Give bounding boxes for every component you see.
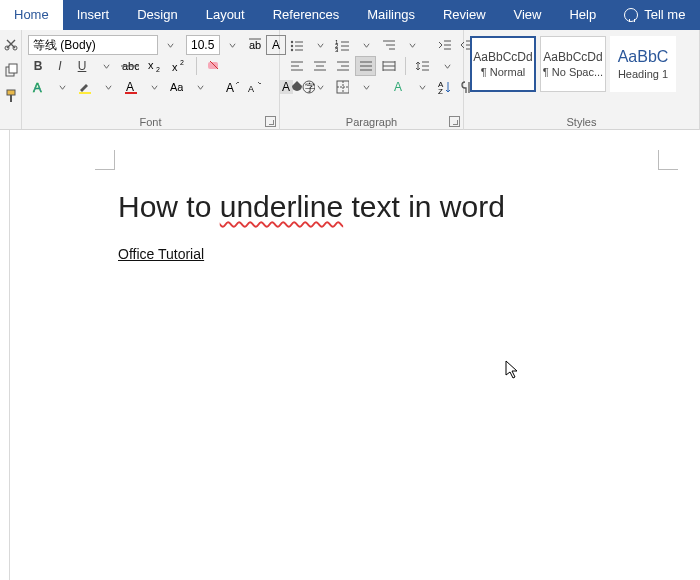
tell-me[interactable]: Tell me (610, 0, 699, 30)
svg-rect-5 (10, 95, 12, 102)
svg-text:2: 2 (180, 59, 184, 66)
align-right-button[interactable] (332, 56, 353, 76)
margin-corner-tr (658, 150, 678, 170)
style-card-normal[interactable]: AaBbCcDd ¶ Normal (470, 36, 536, 92)
tab-design[interactable]: Design (123, 0, 191, 30)
document-area[interactable]: How to underline text in word Office Tut… (0, 130, 700, 580)
font-color-dropdown-icon[interactable] (144, 77, 164, 97)
strikethrough-button[interactable]: abc (118, 56, 142, 76)
underline-button[interactable]: U (72, 56, 92, 76)
align-justify-button[interactable] (355, 56, 376, 76)
page-body[interactable]: How to underline text in word Office Tut… (118, 190, 640, 262)
tab-references[interactable]: References (259, 0, 353, 30)
font-name-dropdown-icon[interactable] (160, 35, 180, 55)
separator (196, 57, 197, 75)
font-size-input[interactable] (186, 35, 220, 55)
paragraph-group: 123 A AZ Par (280, 30, 464, 130)
font-size-dropdown-icon[interactable] (222, 35, 242, 55)
asian-layout-button[interactable]: A (388, 77, 408, 97)
borders-button[interactable] (332, 77, 352, 97)
highlight-button[interactable] (74, 77, 94, 97)
bold-button[interactable]: B (28, 56, 48, 76)
shading-dropdown-icon[interactable] (310, 77, 330, 97)
styles-group-title: Styles (464, 116, 699, 128)
multilevel-list-button[interactable] (378, 35, 398, 55)
copy-button[interactable] (1, 60, 21, 80)
font-dialog-launcher[interactable] (265, 116, 276, 127)
superscript-button[interactable]: x2 (168, 56, 190, 76)
distributed-button[interactable] (378, 56, 399, 76)
borders-dropdown-icon[interactable] (356, 77, 376, 97)
numbering-dropdown-icon[interactable] (356, 35, 376, 55)
heading-text-pre: How to (118, 190, 220, 223)
paragraph-dialog-launcher[interactable] (449, 116, 460, 127)
document-link[interactable]: Office Tutorial (118, 246, 204, 262)
text-effects-button[interactable]: A (28, 77, 48, 97)
align-left-button[interactable] (286, 56, 307, 76)
font-size-combo[interactable] (186, 35, 242, 55)
svg-text:Aa: Aa (170, 81, 183, 93)
subscript-button[interactable]: x2 (144, 56, 166, 76)
font-name-combo[interactable] (28, 35, 180, 55)
align-center-button[interactable] (309, 56, 330, 76)
ribbon: ab A B I U abc x2 x2 A A Aa A A (0, 30, 700, 130)
svg-rect-3 (9, 64, 17, 73)
tab-home[interactable]: Home (0, 0, 63, 30)
line-spacing-button[interactable] (412, 56, 433, 76)
clear-formatting-button[interactable] (203, 56, 225, 76)
cut-button[interactable] (1, 34, 21, 54)
bullets-dropdown-icon[interactable] (310, 35, 330, 55)
lightbulb-icon (624, 8, 638, 22)
style-sample: AaBbCcDd (543, 50, 602, 64)
svg-point-30 (291, 49, 293, 51)
heading-text-post: text in word (343, 190, 505, 223)
tab-layout[interactable]: Layout (192, 0, 259, 30)
style-sample: AaBbC (618, 48, 669, 66)
clipboard-group (0, 30, 22, 129)
shrink-font-button[interactable]: A (244, 77, 264, 97)
font-name-input[interactable] (28, 35, 158, 55)
document-heading[interactable]: How to underline text in word (118, 190, 640, 224)
style-name: ¶ Normal (481, 66, 525, 78)
change-case-button[interactable]: Aa (166, 77, 186, 97)
svg-rect-18 (125, 92, 137, 94)
tab-insert[interactable]: Insert (63, 0, 124, 30)
svg-text:A: A (248, 84, 254, 94)
highlight-dropdown-icon[interactable] (98, 77, 118, 97)
change-case-dropdown-icon[interactable] (190, 77, 210, 97)
underline-dropdown-icon[interactable] (96, 56, 116, 76)
asian-layout-dropdown-icon[interactable] (412, 77, 432, 97)
multilevel-dropdown-icon[interactable] (402, 35, 422, 55)
bullets-button[interactable] (286, 35, 306, 55)
sort-button[interactable]: AZ (434, 77, 454, 97)
numbering-button[interactable]: 123 (332, 35, 352, 55)
tab-mailings[interactable]: Mailings (353, 0, 429, 30)
svg-text:A: A (226, 81, 234, 94)
svg-point-28 (291, 45, 293, 47)
tab-review[interactable]: Review (429, 0, 500, 30)
line-spacing-dropdown-icon[interactable] (437, 56, 457, 76)
svg-text:ab: ab (249, 39, 261, 51)
svg-text:Z: Z (438, 87, 443, 95)
style-card-heading1[interactable]: AaBbC Heading 1 (610, 36, 676, 92)
grow-font-button[interactable]: A (222, 77, 242, 97)
svg-point-26 (291, 41, 293, 43)
shading-button[interactable] (286, 77, 306, 97)
svg-text:3: 3 (335, 47, 339, 52)
style-sample: AaBbCcDd (473, 50, 532, 64)
style-card-nospacing[interactable]: AaBbCcDd ¶ No Spac... (540, 36, 606, 92)
italic-button[interactable]: I (50, 56, 70, 76)
decrease-indent-button[interactable] (434, 35, 454, 55)
font-color-button[interactable]: A (120, 77, 140, 97)
svg-rect-16 (79, 92, 91, 94)
format-painter-button[interactable] (1, 86, 21, 106)
tab-help[interactable]: Help (555, 0, 610, 30)
text-effects-dropdown-icon[interactable] (52, 77, 72, 97)
svg-text:x: x (172, 61, 178, 73)
phonetic-guide-button[interactable]: ab (244, 35, 264, 55)
ruler-edge (0, 130, 10, 580)
tab-view[interactable]: View (500, 0, 556, 30)
svg-rect-4 (7, 90, 15, 95)
separator (405, 57, 406, 75)
svg-text:A: A (394, 80, 402, 94)
